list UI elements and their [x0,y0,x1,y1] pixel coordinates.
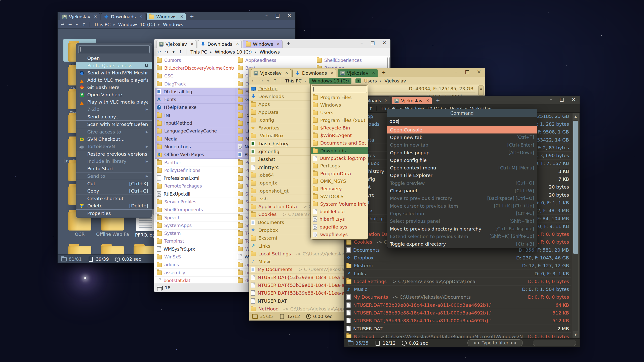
command-move-to-previous-directory-in-hierarchy[interactable]: Move to previous directory in hierarchy[… [387,225,537,233]
breadcrumb-windows[interactable]: Windows [260,49,280,55]
breadcrumb-windows-10-c[interactable]: Windows 10 (C:) [309,78,351,84]
up-icon[interactable]: ↑ [273,78,277,83]
tab-windows[interactable]: Windows✕ [243,40,283,48]
close-icon[interactable]: ✕ [382,40,386,46]
file-row-dropbox[interactable]: DropboxD: 230, F: 1043, 46 GB [344,254,571,262]
new-tab-button[interactable]: + [187,13,196,19]
file-row-serviceprofiles[interactable]: ServiceProfiles [155,198,236,206]
command-open-console[interactable]: Open Console [387,126,537,133]
command-move-cursor-to-previous-item[interactable]: Move cursor to previous item[Ctrl+K] [Ct… [387,202,537,210]
menu-item-add-to-vlc-media-player-s-playlist[interactable]: Add to VLC media player's Playlist [76,76,152,84]
dropdown-item-recovery[interactable]: Recovery [311,185,368,193]
file-row-links[interactable]: LinksD: 0, F: 3, 1 KB [344,270,571,278]
command-close-panel[interactable]: Close panel[Ctrl+W] [387,187,537,194]
tab-vjekoslav[interactable]: Vjekoslav✕ [338,69,378,77]
file-row-csc[interactable]: CSC [155,72,236,80]
command-copy-selection[interactable]: Copy selection[Ctrl+C] [387,210,537,217]
minimize-icon[interactable]: – [265,13,268,18]
breadcrumb-windows-10-c[interactable]: Windows 10 (C:) [118,22,155,27]
back-icon[interactable]: ↩ [157,49,161,54]
type-to-filter-button[interactable]: >> Type to filter << [467,339,523,346]
file-row-bitlockerdiscoveryvolumecontents[interactable]: BitLockerDiscoveryVolumeContents [155,64,236,72]
command-extend-selection-to-previous-item[interactable]: Extend selection to previous item[Shift+… [387,233,537,240]
grid-folder-prefetch[interactable]: Prefetch [96,242,129,255]
dropdown-item-pagefile-sys[interactable]: pagefile.sys [311,223,368,231]
menu-item-play-with-vlc-media-player[interactable]: Play with VLC media player [76,98,152,106]
forward-icon[interactable]: ↪ [259,78,263,83]
menu-item-open-vim-here[interactable]: Open Vim here [76,91,152,98]
w3-breadcrumb[interactable]: This PC▸Windows 10 (C:)▾Users▸Vjekoslav [285,78,406,84]
tab-downloads[interactable]: Downloads✕ [198,40,242,48]
tab-close-icon[interactable]: ✕ [94,14,97,19]
file-row-cursors[interactable]: Cursors [155,56,236,64]
file-row-shellexperiences[interactable]: ShellExperiences [315,56,387,64]
breadcrumb-this-pc[interactable]: This PC [94,22,110,27]
file-row-systemapps[interactable]: SystemApps [155,221,236,229]
file-row-shellcomponents[interactable]: ShellComponents [155,206,236,214]
tab-downloads[interactable]: Downloads✕ [101,13,145,20]
file-row-diagtrack[interactable]: DiagTrack [155,80,236,88]
tab-vjekoslav[interactable]: Vjekoslav✕ [156,40,196,48]
file-row-inf[interactable]: INF [155,111,236,119]
history-dropdown-icon[interactable]: ▾ [173,49,175,54]
command-open-context-menu[interactable]: Open context menu[Ctrl+M] [Menu] [387,164,537,171]
file-row-ntuser-dat-53b39e88-18c4-11ea-a811-000d3aa4692b-tmcontainer00000000000000000002-regtrans-ms[interactable]: NTUSER.DAT{53b39e88-18c4-11ea-a811-000d3… [344,317,571,325]
grid-folder-policydefinitions[interactable]: PolicyDefinitions [63,242,96,255]
breadcrumb-vjekoslav[interactable]: Vjekoslav [385,78,406,83]
dropdown-item-windows[interactable]: Windows [311,101,368,109]
dropdown-item-hiberfil-sys[interactable]: hiberfil.sys [311,215,368,223]
file-row-wmsyspr9-prx[interactable]: WMSysPr9.prx [155,245,236,253]
file-row-addins[interactable]: addins [155,261,236,269]
file-row-assembly[interactable]: assembly [155,269,236,277]
close-icon[interactable]: ✕ [287,13,291,18]
file-row-system[interactable]: System [155,230,236,237]
file-row-appreadiness[interactable]: AppReadiness [236,56,314,64]
menu-item-pin-to-start[interactable]: Pin to Start [76,165,152,172]
tab-close-icon[interactable]: ✕ [385,98,388,103]
command-open-files-popup[interactable]: Open files popup[Alt+Down] [387,149,537,156]
dropdown-item-programdata[interactable]: ProgramData [311,170,368,177]
dropdown-item-boottel-dat[interactable]: bootTel.dat [311,208,368,215]
tab-close-icon[interactable]: ✕ [285,71,288,75]
file-row-inputmethod[interactable]: InputMethod [155,119,236,127]
dropdown-item-perflogs[interactable]: PerfLogs [311,162,368,170]
w1-breadcrumb[interactable]: This PC▸Windows 10 (C:)▸Windows [94,22,183,27]
menu-item-give-access-to[interactable]: Give access to▶ [76,128,152,135]
tab-close-icon[interactable]: ✕ [190,42,194,46]
w4-scrollbar[interactable]: ▲ ▼ [573,113,579,338]
command-input[interactable]: ope [387,117,537,126]
history-dropdown-icon[interactable]: ▾ [267,78,269,83]
dropdown-item-downloads[interactable]: Downloads [311,147,368,154]
menu-item-scan-with-microsoft-defender[interactable]: Scan with Microsoft Defender... [76,120,152,128]
dropdown-item-recycle-bin[interactable]: $Recycle.Bin [311,124,368,131]
menu-item-git-bash-here[interactable]: Git Bash Here [76,84,152,91]
breadcrumb-this-pc[interactable]: This PC [285,78,302,83]
menu-item-pin-to-quick-access[interactable]: Pin to Quick access [76,62,152,69]
dropdown-item-swtools[interactable]: SWTOOLS [311,193,368,200]
forward-icon[interactable]: ↪ [165,49,168,54]
tab-close-icon[interactable]: ✕ [331,71,334,75]
file-row-panther[interactable]: Panther [155,159,236,166]
tab-vjekoslav[interactable]: Vjekoslav✕ [251,69,291,77]
menu-item-cut[interactable]: Cut[Ctrl+X] [76,180,152,187]
dropdown-filter-input[interactable] [312,85,367,93]
menu-item-send-to[interactable]: Send to▶ [76,172,152,180]
file-row-rtlexupd-dll[interactable]: RtlExUpd.dll [155,190,236,198]
tab-close-icon[interactable]: ✕ [372,71,375,75]
tab-downloads[interactable]: Downloads✕ [292,69,336,77]
dropdown-item-documents-and-settings[interactable]: Documents and Settings [311,139,368,147]
file-row-tempinst[interactable]: TempInst [155,237,236,245]
maximize-icon[interactable]: □ [370,40,375,46]
file-row-nethood[interactable]: NetHood-> C:\Users\Vjekoslav\AppData\Roa… [344,333,571,339]
command-open-file-explorer[interactable]: Open File Explorer [387,172,537,179]
tab-close-icon[interactable]: ✕ [180,14,183,19]
command-open-new-tab[interactable]: Open new tab[Ctrl+T] [387,133,537,141]
scroll-down-icon[interactable]: ▼ [573,331,578,338]
breadcrumb-this-pc[interactable]: This PC [190,49,207,55]
file-row-fonts[interactable]: Fonts [155,96,236,103]
dropdown-item-qmk-msys[interactable]: QMK_MSYS [311,177,368,185]
menu-item-restore-previous-versions[interactable]: Restore previous versions [76,150,152,158]
minimize-icon[interactable]: – [360,40,363,46]
command-select-previous-panel[interactable]: Select previous panel[Shift+Tab] [387,217,537,225]
file-row-ntuser-dat[interactable]: NTUSER.DAT2 MB [344,325,571,333]
